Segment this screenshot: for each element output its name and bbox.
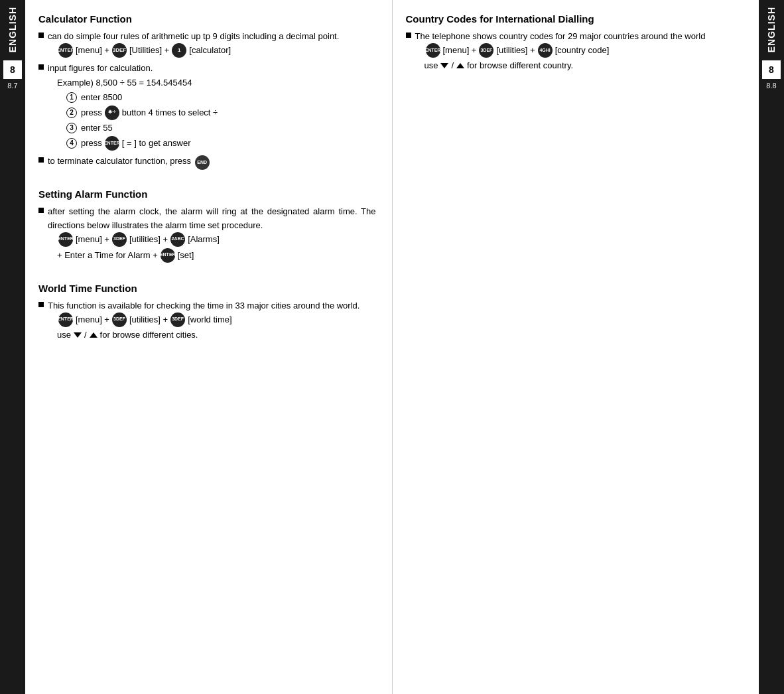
wt-arrow-down	[74, 332, 82, 338]
alarm-instruction-2: + Enter a Time for Alarm + ENTER [set]	[57, 248, 376, 263]
sidebar-left-language: ENGLISH	[7, 7, 18, 52]
sidebar-left: ENGLISH 8 8.7	[0, 0, 25, 694]
1-btn-1: 1	[172, 43, 186, 58]
worldtime-bullet-1: This function is available for checking …	[38, 299, 376, 343]
step-3: 3 enter 55	[66, 121, 376, 135]
alarm-set-enter-btn: ENTER	[161, 248, 175, 263]
step-4-press: press	[81, 137, 102, 150]
enter-btn-1: ENTER	[58, 43, 73, 58]
sidebar-right-language: ENGLISH	[766, 7, 777, 52]
step-num-3: 3	[66, 123, 77, 133]
wt-menu-label: [menu] +	[76, 313, 109, 326]
alarm-title: Setting Alarm Function	[38, 188, 376, 200]
step-2-text: button 4 times to select ÷	[122, 106, 218, 119]
calc-example-text: Example) 8,500 ÷ 55 = 154.545454	[57, 75, 376, 90]
alarm-enter-time-text: + Enter a Time for Alarm +	[57, 249, 158, 262]
sidebar-left-chapter: 8	[3, 60, 22, 79]
wt-enter-btn: ENTER	[58, 312, 73, 327]
section-country-codes: Country Codes for International Dialling…	[406, 13, 744, 74]
calc-terminate-text: to terminate calculator function, press	[48, 156, 194, 166]
calc-bullet-1-text: can do simple four rules of arithmetic u…	[48, 30, 376, 59]
wt-use-label: use	[57, 328, 71, 342]
content-area: Calculator Function can do simple four r…	[25, 0, 759, 694]
cc-arrow-up	[456, 63, 464, 68]
cc-instruction-1: ENTER [menu] + 3DEF [utilities] + 4GHI […	[425, 43, 744, 58]
cc-menu-label: [menu] +	[443, 44, 477, 57]
alarm-set-label: [set]	[178, 249, 194, 262]
enter-btn-step4: ENTER	[105, 136, 119, 151]
calc-bullet-1: can do simple four rules of arithmetic u…	[38, 30, 376, 59]
cc-3def-btn: 3DEF	[479, 43, 493, 58]
section-alarm: Setting Alarm Function after setting the…	[38, 188, 376, 263]
alarm-2abc-btn: 2ABC	[170, 232, 185, 247]
step-1: 1 enter 8500	[66, 91, 376, 104]
alarm-bullet-text: after setting the alarm clock, the alarm…	[48, 205, 376, 263]
alarm-3def-btn: 3DEF	[112, 232, 127, 247]
utilities-label-1: [Utilities] +	[129, 44, 169, 57]
cc-browse-label: for browse different country.	[467, 59, 573, 72]
worldtime-title: World Time Function	[38, 283, 376, 294]
wt-nav-arrows: /	[74, 328, 98, 342]
left-column: Calculator Function can do simple four r…	[25, 0, 393, 694]
cc-bullet-icon	[406, 33, 411, 38]
step-1-text: enter 8500	[81, 91, 122, 104]
wt-utilities-label: [utilities] +	[129, 313, 168, 326]
step-4-text: [ = ] to get answer	[122, 137, 191, 150]
alarm-enter-btn: ENTER	[58, 232, 73, 247]
bullet-icon-3	[38, 157, 44, 163]
wt-3def-btn-1: 3DEF	[112, 312, 127, 327]
alarm-utilities-label: [utilities] +	[129, 233, 168, 246]
cc-enter-btn: ENTER	[426, 43, 440, 58]
country-codes-title: Country Codes for International Dialling	[406, 13, 744, 25]
calc-bullet-2: input figures for calculation. Example) …	[38, 62, 376, 152]
calculator-label-1: [calculator]	[189, 44, 231, 57]
cc-nav-arrows: /	[440, 59, 464, 72]
sidebar-left-page: 8.7	[7, 82, 17, 90]
wt-browse-label: for browse different cities.	[100, 328, 198, 342]
section-worldtime: World Time Function This function is ava…	[38, 283, 376, 343]
menu-label-1: [menu] +	[76, 44, 109, 57]
worldtime-bullet-text: This function is available for checking …	[48, 299, 376, 343]
sidebar-right-chapter: 8	[762, 60, 781, 79]
right-column: Country Codes for International Dialling…	[393, 0, 759, 694]
worldtime-instruction-1: ENTER [menu] + 3DEF [utilities] + 3DEF […	[57, 312, 376, 327]
calc-instruction-1: ENTER [menu] + 3DEF [Utilities] + 1 [cal…	[57, 43, 376, 58]
calc-example: Example) 8,500 ÷ 55 = 154.545454 1 enter…	[57, 75, 376, 151]
wt-3def-btn-2: 3DEF	[170, 312, 185, 327]
alarm-bullet-1: after setting the alarm clock, the alarm…	[38, 205, 376, 263]
step-4: 4 press ENTER [ = ] to get answer	[66, 136, 376, 151]
step-num-4: 4	[66, 138, 77, 149]
wt-worldtime-label: [world time]	[188, 313, 231, 326]
cc-arrow-down	[440, 63, 448, 68]
alarm-bullet-icon	[38, 208, 44, 213]
section-calculator: Calculator Function can do simple four r…	[38, 13, 376, 170]
step-2: 2 press ✱·÷ button 4 times to select ÷	[66, 105, 376, 120]
calc-bullet-2-text: input figures for calculation. Example) …	[48, 62, 376, 152]
alarm-menu-label: [menu] +	[76, 233, 109, 246]
calc-btn-step2: ✱·÷	[105, 105, 119, 120]
step-3-text: enter 55	[81, 121, 113, 135]
sidebar-right: ENGLISH 8 8.8	[759, 0, 784, 694]
cc-bullet-1: The telephone shows country codes for 29…	[406, 30, 744, 74]
step-2-press: press	[81, 106, 102, 119]
cc-4ghi-btn: 4GHI	[538, 43, 553, 58]
alarm-instruction-1: ENTER [menu] + 3DEF [utilities] + 2ABC […	[57, 232, 376, 247]
alarm-alarms-label: [Alarms]	[188, 233, 220, 246]
cc-bullet-text: The telephone shows country codes for 29…	[415, 30, 744, 74]
wt-arrow-up	[90, 332, 98, 338]
cc-utilities-label: [utilities] +	[496, 44, 535, 57]
3def-btn-1: 3DEF	[112, 43, 127, 58]
calc-bullet-3-text: to terminate calculator function, press …	[48, 155, 376, 170]
cc-instruction-2: use / for browse different country.	[425, 59, 744, 72]
calc-bullet-3: to terminate calculator function, press …	[38, 155, 376, 170]
worldtime-bullet-icon	[38, 302, 44, 307]
cc-use-label: use	[425, 59, 438, 72]
end-btn: END	[195, 155, 210, 170]
bullet-icon-1	[38, 33, 44, 38]
step-num-2: 2	[66, 107, 77, 118]
bullet-icon-2	[38, 64, 44, 70]
sidebar-right-page: 8.8	[766, 82, 776, 90]
step-num-1: 1	[66, 92, 77, 103]
worldtime-instruction-2: use / for browse different cities.	[57, 328, 376, 342]
calculator-title: Calculator Function	[38, 13, 376, 25]
